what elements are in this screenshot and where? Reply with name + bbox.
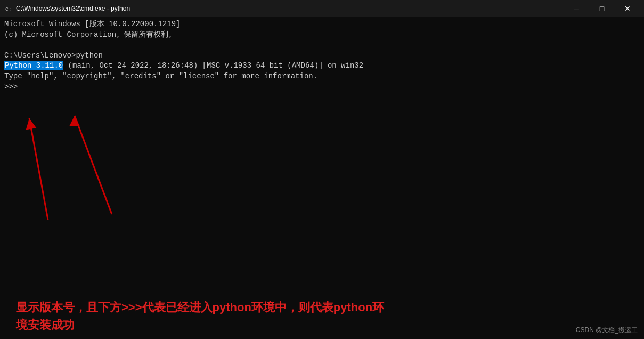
watermark: CSDN @文档_搬运工 <box>576 326 638 335</box>
close-button[interactable]: ✕ <box>615 0 640 17</box>
annotation-text: 显示版本号，且下方>>>代表已经进入python环境中，则代表python环 境… <box>16 298 384 334</box>
arrows-svg <box>0 86 644 246</box>
terminal-line-2: (c) Microsoft Corporation。保留所有权利。 <box>4 30 640 41</box>
svg-marker-5 <box>69 116 80 126</box>
titlebar: C:\ C:\Windows\system32\cmd.exe - python… <box>0 0 644 17</box>
annotation-area <box>0 86 644 246</box>
terminal-line-5: Python 3.11.0 (main, Oct 24 2022, 18:26:… <box>4 61 640 71</box>
terminal-line-1: Microsoft Windows [版本 10.0.22000.1219] <box>4 19 640 30</box>
svg-line-4 <box>75 116 112 214</box>
svg-text:C:\: C:\ <box>5 6 12 12</box>
terminal-window: Microsoft Windows [版本 10.0.22000.1219] (… <box>0 17 644 339</box>
maximize-button[interactable]: □ <box>590 0 614 17</box>
minimize-button[interactable]: ─ <box>564 0 589 17</box>
terminal-line-6: Type "help", "copyright", "credits" or "… <box>4 71 640 82</box>
svg-marker-3 <box>24 117 36 130</box>
titlebar-left: C:\ C:\Windows\system32\cmd.exe - python <box>4 4 130 13</box>
terminal-line-7: >>> <box>4 82 640 93</box>
titlebar-title: C:\Windows\system32\cmd.exe - python <box>16 5 130 12</box>
annotation-line-2: 境安装成功 <box>16 316 384 334</box>
svg-line-2 <box>29 118 48 220</box>
version-highlight: Python 3.11.0 <box>4 61 63 70</box>
cmd-icon: C:\ <box>4 4 13 13</box>
titlebar-controls: ─ □ ✕ <box>564 0 640 17</box>
terminal-line-3 <box>4 40 640 51</box>
annotation-line-1: 显示版本号，且下方>>>代表已经进入python环境中，则代表python环 <box>16 298 384 316</box>
terminal-line-4: C:\Users\Lenovo>python <box>4 51 640 61</box>
